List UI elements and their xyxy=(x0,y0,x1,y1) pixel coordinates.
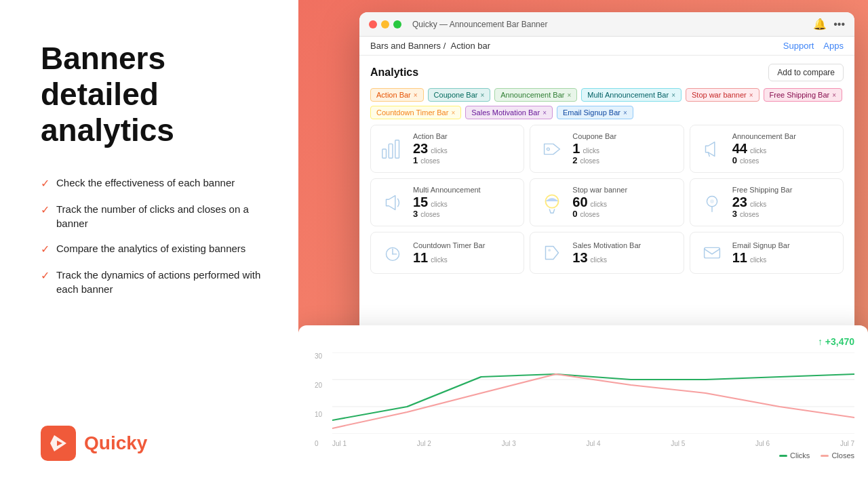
legend-closes-dot xyxy=(821,455,829,457)
stat-content: Announcement Bar 44 clicks 0 closes xyxy=(732,132,796,165)
stat-name: Stop war banner xyxy=(572,186,627,194)
breadcrumb: Bars and Banners / Action bar xyxy=(370,41,490,51)
tag-close-icon[interactable]: × xyxy=(414,92,418,99)
window-titlebar: Quicky — Announcement Bar Banner 🔔 ••• xyxy=(359,12,854,37)
stat-closes-label: closes xyxy=(580,211,599,218)
stat-clicks-number: 23 xyxy=(413,142,428,155)
check-icon: ✓ xyxy=(41,242,50,257)
chart-x-labels: Jul 1Jul 2Jul 3Jul 4Jul 5Jul 6Jul 7 xyxy=(332,440,854,447)
chart-x-label: Jul 3 xyxy=(502,440,516,447)
chart-x-label: Jul 4 xyxy=(586,440,600,447)
stat-icon xyxy=(698,189,726,216)
analytics-tag: Action Bar× xyxy=(370,88,424,102)
chart-y-labels: 3020100 xyxy=(312,352,325,447)
stat-clicks-label: clicks xyxy=(583,147,599,155)
stat-closes-label: closes xyxy=(420,211,439,218)
stat-card: Email Signup Bar 11 clicks xyxy=(690,232,844,274)
stat-content: Sales Motivation Bar 13 clicks xyxy=(572,241,641,264)
stat-name: Action Bar xyxy=(413,132,448,140)
stat-closes-number: 3 xyxy=(413,209,418,219)
svg-rect-2 xyxy=(389,144,393,158)
apps-link[interactable]: Apps xyxy=(823,41,844,51)
stat-icon xyxy=(379,189,406,216)
stat-card: Sales Motivation Bar 13 clicks xyxy=(530,232,684,274)
stat-icon xyxy=(379,136,406,163)
check-icon: ✓ xyxy=(41,203,50,218)
stat-name: Announcement Bar xyxy=(732,132,796,140)
stat-content: Multi Announcement 15 clicks 3 closes xyxy=(413,186,481,219)
stat-icon xyxy=(538,136,566,163)
stat-clicks-number: 60 xyxy=(572,195,587,209)
check-icon: ✓ xyxy=(41,268,50,283)
stat-clicks-number: 15 xyxy=(413,195,428,209)
tag-close-icon[interactable]: × xyxy=(832,92,836,99)
stat-closes-label: closes xyxy=(740,211,759,218)
logo-text: Quicky xyxy=(84,432,147,454)
analytics-tag: Multi Announcement Bar× xyxy=(581,88,682,102)
traffic-light-yellow[interactable] xyxy=(381,20,389,28)
features-list: ✓Check the effectiveness of each banner✓… xyxy=(41,176,264,297)
support-link[interactable]: Support xyxy=(783,41,814,51)
stat-closes-label: closes xyxy=(420,157,439,165)
analytics-tag: Stop war banner× xyxy=(686,88,760,102)
stat-content: Action Bar 23 clicks 1 closes xyxy=(413,132,448,165)
stat-closes-number: 2 xyxy=(572,155,577,165)
bell-icon[interactable]: 🔔 xyxy=(813,18,827,30)
chart-y-label: 0 xyxy=(315,440,322,447)
chart-section: ↑ +3,470 3020100 xyxy=(298,325,868,488)
chart-increase: ↑ +3,470 xyxy=(818,336,854,347)
traffic-light-green[interactable] xyxy=(393,20,401,28)
more-icon[interactable]: ••• xyxy=(833,18,845,30)
add-compare-button[interactable]: Add to compare xyxy=(768,64,844,81)
legend-clicks: Clicks xyxy=(779,451,810,460)
breadcrumb-current: Action bar xyxy=(451,41,491,51)
analytics-tag: Coupone Bar× xyxy=(428,88,491,102)
chart-area: 3020100 Jul 1Jul 2Jul 3Jul 4Jul 5Jul xyxy=(312,352,854,447)
chart-x-label: Jul 7 xyxy=(840,440,854,447)
svg-point-9 xyxy=(549,249,551,251)
stat-card: Stop war banner 60 clicks 0 closes xyxy=(530,178,684,226)
stat-closes-label: closes xyxy=(580,157,599,165)
analytics-tag: Sales Motivation Bar× xyxy=(465,106,553,119)
chart-svg-wrapper xyxy=(332,352,854,434)
svg-point-4 xyxy=(547,148,550,150)
svg-rect-3 xyxy=(395,140,399,158)
tag-close-icon[interactable]: × xyxy=(451,109,455,117)
stat-closes-number: 0 xyxy=(572,209,577,219)
chart-x-label: Jul 2 xyxy=(417,440,431,447)
stat-name: Free Shipping Bar xyxy=(732,186,793,194)
tags-row: Action Bar×Coupone Bar×Announcement Bar×… xyxy=(370,88,844,119)
stat-content: Stop war banner 60 clicks 0 closes xyxy=(572,186,627,219)
check-icon: ✓ xyxy=(41,176,50,191)
stat-card: Countdown Timer Bar 11 clicks xyxy=(370,232,524,274)
stat-name: Coupone Bar xyxy=(572,132,616,140)
chart-svg xyxy=(332,352,854,434)
tag-close-icon[interactable]: × xyxy=(749,92,753,99)
stat-closes-number: 3 xyxy=(732,209,737,219)
tag-close-icon[interactable]: × xyxy=(542,109,547,117)
analytics-header: Analytics Add to compare xyxy=(370,64,844,81)
window-actions: 🔔 ••• xyxy=(813,18,845,30)
stat-clicks-label: clicks xyxy=(591,256,607,264)
analytics-title: Analytics xyxy=(370,66,418,79)
traffic-light-red[interactable] xyxy=(369,20,377,28)
tag-close-icon[interactable]: × xyxy=(623,109,627,117)
stat-card: Announcement Bar 44 clicks 0 closes xyxy=(690,125,844,173)
chart-x-label: Jul 5 xyxy=(671,440,685,447)
stat-closes-number: 0 xyxy=(732,155,737,165)
nav-links: Support Apps xyxy=(783,41,844,51)
svg-point-5 xyxy=(546,195,559,207)
feature-item: ✓Compare the analytics of existing banne… xyxy=(41,241,264,257)
tag-close-icon[interactable]: × xyxy=(480,92,484,99)
stats-grid: Action Bar 23 clicks 1 closes Coupone Ba… xyxy=(370,125,844,274)
tag-close-icon[interactable]: × xyxy=(567,92,571,99)
app-navbar: Bars and Banners / Action bar Support Ap… xyxy=(359,37,854,56)
logo-area: Quicky xyxy=(41,426,264,461)
window-title: Quicky — Announcement Bar Banner xyxy=(412,20,547,29)
tag-close-icon[interactable]: × xyxy=(671,92,675,99)
svg-rect-10 xyxy=(704,247,719,258)
stat-icon xyxy=(538,189,566,216)
stat-name: Email Signup Bar xyxy=(732,241,790,249)
chart-legend: Clicks Closes xyxy=(312,451,854,460)
stat-clicks-number: 13 xyxy=(572,251,587,264)
